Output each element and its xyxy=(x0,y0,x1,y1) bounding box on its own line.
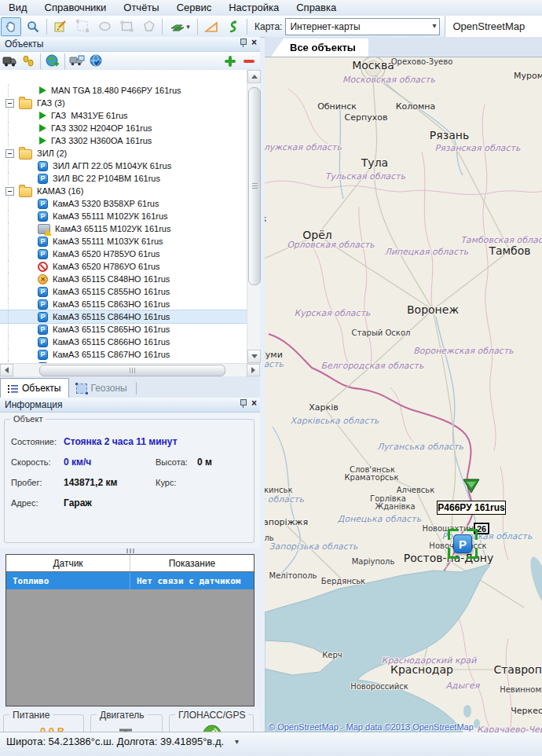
tree-item[interactable]: PКамАЗ 65115 С865НО 161rus xyxy=(0,323,247,336)
tree-group[interactable]: ЗИЛ (2) xyxy=(0,147,247,160)
tree-item[interactable]: PКамАЗ 55111 М102УК 161rus xyxy=(0,210,247,222)
globe-check-button[interactable] xyxy=(86,53,105,69)
map-canvas[interactable]: МоскваОрехово-ЗуевоМуромМосковская облас… xyxy=(265,57,542,732)
tree-item[interactable]: КамАЗ 65115 М102УК 161rus xyxy=(0,222,247,235)
info-panel-header: Информация × xyxy=(0,398,260,413)
tree-group[interactable]: КАМАЗ (16) xyxy=(0,185,247,197)
rectangle-geozone-button[interactable] xyxy=(116,17,137,36)
tree-horizontal-scrollbar[interactable] xyxy=(0,363,260,376)
map-city-label: Мелітополь xyxy=(269,571,317,580)
tree-item-label: ЗИЛ АГП 22.05 М104УК 61rus xyxy=(53,161,176,171)
tree-item[interactable]: PКамАЗ 6520 Н785УО 61rus xyxy=(0,248,247,260)
horizontal-splitter[interactable] xyxy=(0,548,260,554)
tree-item[interactable]: MAN TGA 18.480 Р466РУ 161rus xyxy=(0,84,247,97)
menu-item-2[interactable]: Отчёты xyxy=(115,0,167,16)
tree-item-label: КамАЗ 55111 М103УК 61rus xyxy=(53,237,168,246)
tree-item[interactable]: PКамАЗ 65115 С863НО 161rus xyxy=(0,298,247,310)
menu-item-5[interactable]: Справка xyxy=(287,0,345,16)
pin-icon[interactable] xyxy=(239,38,247,47)
map-source-combo[interactable]: Интернет-карты ▾ xyxy=(285,18,440,35)
add-object-button[interactable] xyxy=(224,55,236,68)
tree-item[interactable]: PКамАЗ 65115 С867НО 161rus xyxy=(0,348,247,361)
remove-object-button[interactable] xyxy=(243,55,255,68)
tree-item-label: ГАЗ М431УЕ 61rus xyxy=(51,111,133,120)
tree-item[interactable]: PКамАЗ 65115 С866НО 161rus xyxy=(0,336,247,348)
map-provider-combo[interactable]: OpenStreetMap xyxy=(445,16,542,37)
parking-map-marker[interactable]: P xyxy=(453,534,472,553)
layers-button[interactable]: ▾ xyxy=(166,17,194,36)
menu-item-0[interactable]: Вид xyxy=(0,0,36,16)
menu-item-1[interactable]: Справочники xyxy=(36,0,115,16)
reading-column-header[interactable]: Показание xyxy=(130,555,254,571)
vehicle-arrow-marker[interactable] xyxy=(463,479,480,494)
object-groupbox: Объект Состояние: Стоянка 2 часа 11 мину… xyxy=(4,419,255,543)
dropdown-arrow-icon: ▾ xyxy=(186,23,190,31)
scroll-down-button[interactable] xyxy=(247,350,261,363)
zoom-tool-button[interactable] xyxy=(23,17,43,36)
menu-item-3[interactable]: Сервис xyxy=(168,0,221,16)
sensor-column-header[interactable]: Датчик xyxy=(6,555,130,571)
ruler-button[interactable] xyxy=(201,17,222,36)
map-tab-all-objects[interactable]: Все объекты xyxy=(271,39,368,57)
close-icon[interactable]: × xyxy=(251,38,257,47)
footprints-button[interactable] xyxy=(19,53,38,69)
edit-geozone-button[interactable] xyxy=(50,17,71,36)
tree-item-label: КамАЗ 5320 В358ХР 61rus xyxy=(53,199,163,208)
tree-item[interactable]: PКамАЗ 65115 С864НО 161rus xyxy=(0,310,247,323)
polygon-geozone-button[interactable] xyxy=(138,17,159,36)
folder-icon xyxy=(19,187,32,197)
map-tabstrip: Все объекты xyxy=(265,37,542,57)
collapse-expander[interactable] xyxy=(5,187,14,196)
sensor-row[interactable]: Топливо Нет связи с датчиком xyxy=(6,572,254,589)
power-label: Питание xyxy=(9,710,53,721)
status-dropdown-icon[interactable]: ▾ xyxy=(235,737,239,746)
tree-item[interactable]: ✕КамАЗ 65115 С848НО 161rus xyxy=(0,273,247,285)
map-city-label: Дзержинськ xyxy=(265,486,293,494)
scroll-thumb[interactable] xyxy=(39,365,225,376)
route-icon xyxy=(227,20,240,34)
tree-item[interactable]: ГАЗ М431УЕ 61rus xyxy=(0,109,247,122)
tab-objects-label: Объекты xyxy=(22,383,61,394)
map-city-label: Муром xyxy=(514,71,542,81)
map-city-label: Невинномысск xyxy=(500,685,542,694)
map-region-label: Курская область xyxy=(294,308,370,318)
polygon-icon xyxy=(142,20,156,33)
tree-item[interactable]: PКамАЗ 65115 С855НО 161rus xyxy=(0,285,247,298)
add-geozone-globe-button[interactable] xyxy=(43,53,62,69)
ellipse-geozone-button[interactable] xyxy=(94,17,115,36)
scroll-left-button[interactable] xyxy=(0,364,13,376)
scroll-right-button[interactable] xyxy=(247,364,260,376)
speed-value: 0 км/ч xyxy=(64,457,91,468)
tree-group[interactable]: ГАЗ (3) xyxy=(0,97,247,109)
tree-item-label: КамАЗ 65115 С855НО 161rus xyxy=(53,287,174,296)
tree-item-label: ГАЗ (3) xyxy=(37,98,70,108)
tree-item[interactable]: КамАЗ 6520 Н786УО 61rus xyxy=(0,260,247,273)
map-provider-value: OpenStreetMap xyxy=(452,20,525,32)
collapse-expander[interactable] xyxy=(5,149,14,158)
tree-item[interactable]: PЗИЛ АГП 22.05 М104УК 61rus xyxy=(0,160,247,172)
collapse-expander[interactable] xyxy=(5,99,14,108)
scroll-up-button[interactable] xyxy=(247,70,261,83)
tree-item-label: MAN TGA 18.480 Р466РУ 161rus xyxy=(51,86,186,95)
course-label: Курс: xyxy=(156,478,176,487)
tree-item[interactable]: PКамАЗ 55111 М103УК 61rus xyxy=(0,235,247,248)
track-button[interactable] xyxy=(223,17,244,36)
scroll-thumb[interactable] xyxy=(248,87,261,285)
zoom-level-value: 26 xyxy=(477,524,486,534)
close-icon[interactable]: × xyxy=(251,398,257,408)
tab-objects[interactable]: Объекты xyxy=(0,378,69,398)
map-region-label: Калужская область xyxy=(265,142,342,152)
select-geozone-button[interactable] xyxy=(72,17,93,36)
tree-item[interactable]: ГАЗ 3302 Н204ОР 161rus xyxy=(0,122,247,134)
status-bar: Широта: 54.21386°с.ш. Долгота: 39.41895°… xyxy=(0,732,542,756)
pan-tool-button[interactable] xyxy=(1,17,21,36)
menu-item-4[interactable]: Настройка xyxy=(220,0,287,16)
tree-vertical-scrollbar[interactable] xyxy=(247,70,260,363)
tree-item[interactable]: PЗИЛ ВС 22 Р104ВМ 161rus xyxy=(0,172,247,185)
tree-item[interactable]: ГАЗ 3302 Н360ОА 161rus xyxy=(0,134,247,147)
tree-item[interactable]: PКамАЗ 5320 В358ХР 61rus xyxy=(0,197,247,210)
pin-icon[interactable] xyxy=(239,398,247,408)
vehicle-monitor-button[interactable] xyxy=(68,53,86,69)
tab-geozones[interactable]: Геозоны xyxy=(69,379,134,398)
vehicle-list-button[interactable] xyxy=(0,53,19,69)
